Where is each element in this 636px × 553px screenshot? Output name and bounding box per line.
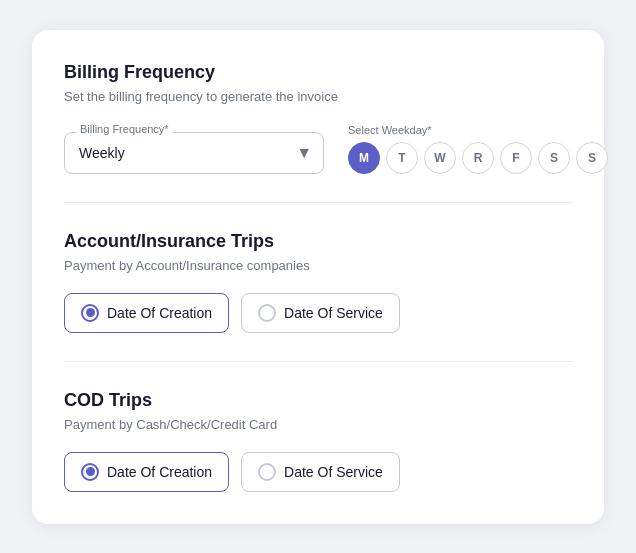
weekday-btn-w[interactable]: W (424, 142, 456, 174)
cod-trips-title: COD Trips (64, 390, 572, 411)
weekday-group: Select Weekday* M T W R F S S (348, 124, 608, 174)
cod-trips-date-of-service[interactable]: Date Of Service (241, 452, 400, 492)
billing-frequency-select-wrapper: Billing Frequency* Weekly Daily Bi-Weekl… (64, 132, 324, 174)
weekday-buttons: M T W R F S S (348, 142, 608, 174)
billing-frequency-card: Billing Frequency Set the billing freque… (32, 30, 604, 524)
billing-frequency-select[interactable]: Weekly Daily Bi-Weekly Monthly (64, 132, 324, 174)
radio-circle-icon (258, 304, 276, 322)
cod-trips-radio-group: Date Of Creation Date Of Service (64, 452, 572, 492)
account-insurance-date-of-service-label: Date Of Service (284, 305, 383, 321)
weekday-btn-s2[interactable]: S (576, 142, 608, 174)
account-insurance-date-of-creation-label: Date Of Creation (107, 305, 212, 321)
weekday-btn-r[interactable]: R (462, 142, 494, 174)
billing-frequency-row: Billing Frequency* Weekly Daily Bi-Weekl… (64, 124, 572, 174)
billing-frequency-title: Billing Frequency (64, 62, 572, 83)
account-insurance-date-of-creation[interactable]: Date Of Creation (64, 293, 229, 333)
cod-trips-date-of-creation-label: Date Of Creation (107, 464, 212, 480)
cod-trips-date-of-service-label: Date Of Service (284, 464, 383, 480)
billing-frequency-label: Billing Frequency* (76, 123, 173, 135)
billing-frequency-subtitle: Set the billing frequency to generate th… (64, 89, 572, 104)
cod-trips-date-of-creation[interactable]: Date Of Creation (64, 452, 229, 492)
weekday-btn-f[interactable]: F (500, 142, 532, 174)
account-insurance-section: Account/Insurance Trips Payment by Accou… (64, 231, 572, 362)
weekday-btn-t1[interactable]: T (386, 142, 418, 174)
radio-dot-icon (86, 467, 95, 476)
radio-dot-icon (86, 308, 95, 317)
account-insurance-date-of-service[interactable]: Date Of Service (241, 293, 400, 333)
radio-circle-icon (81, 304, 99, 322)
cod-trips-section: COD Trips Payment by Cash/Check/Credit C… (64, 390, 572, 492)
billing-frequency-section: Billing Frequency Set the billing freque… (64, 62, 572, 203)
weekday-btn-s1[interactable]: S (538, 142, 570, 174)
weekday-btn-m[interactable]: M (348, 142, 380, 174)
cod-trips-subtitle: Payment by Cash/Check/Credit Card (64, 417, 572, 432)
radio-circle-icon (258, 463, 276, 481)
weekday-label: Select Weekday* (348, 124, 608, 136)
account-insurance-title: Account/Insurance Trips (64, 231, 572, 252)
account-insurance-subtitle: Payment by Account/Insurance companies (64, 258, 572, 273)
radio-circle-icon (81, 463, 99, 481)
account-insurance-radio-group: Date Of Creation Date Of Service (64, 293, 572, 333)
